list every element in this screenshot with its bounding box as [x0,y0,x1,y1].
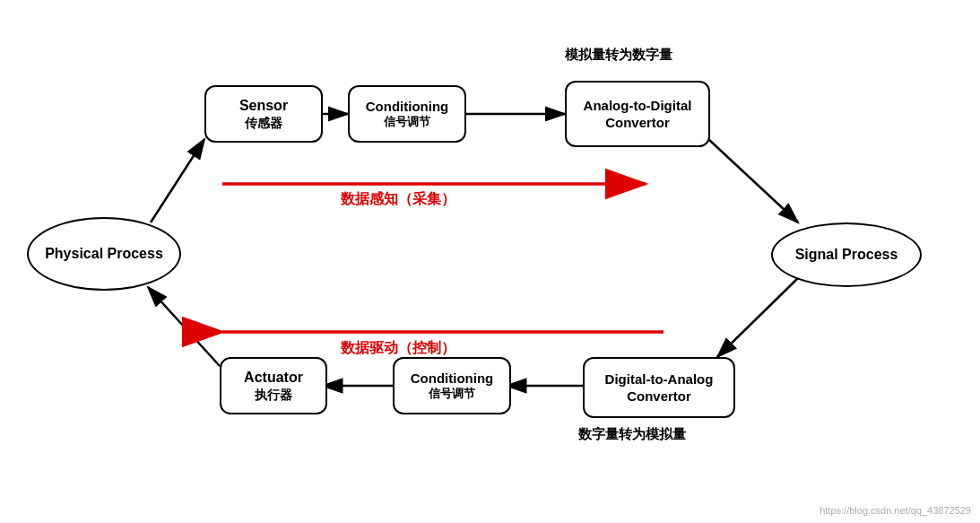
physical-process-node: Physical Process [27,217,181,291]
analog-to-digital-label: 模拟量转为数字量 [565,47,672,64]
digital-to-analog-label: 数字量转为模拟量 [578,426,686,443]
adc-label-en2: Convertor [605,114,670,132]
conditioning-top-label-cn: 信号调节 [384,115,430,130]
conditioning-top-label-en: Conditioning [366,98,448,116]
physical-process-label: Physical Process [45,245,163,264]
svg-line-9 [148,287,220,366]
svg-line-10 [151,139,204,222]
conditioning-bottom-label-cn: 信号调节 [429,387,475,402]
sensor-node: Sensor 传感器 [204,85,323,143]
sensor-label-cn: 传感器 [245,115,282,131]
adc-node: Analog-to-Digital Convertor [565,81,710,147]
watermark: https://blog.csdn.net/qq_43872529 [820,505,971,516]
adc-label-en: Analog-to-Digital [584,97,692,115]
signal-process-label: Signal Process [795,246,898,265]
signal-process-node: Signal Process [771,222,922,287]
diagram-container: Physical Process Sensor 传感器 Conditioning… [0,0,980,523]
conditioning-bottom-label-en: Conditioning [411,370,493,388]
actuator-label-cn: 执行器 [255,387,292,403]
data-driving-label: 数据驱动（控制） [341,339,455,358]
actuator-node: Actuator 执行器 [220,357,327,414]
svg-line-5 [708,139,798,222]
actuator-label-en: Actuator [244,369,303,388]
sensor-label-en: Sensor [239,97,288,116]
dac-label-en: Digital-to-Analog [605,370,714,388]
conditioning-top-node: Conditioning 信号调节 [348,85,466,143]
conditioning-bottom-node: Conditioning 信号调节 [393,357,511,414]
dac-label-en2: Convertor [627,388,691,405]
dac-node: Digital-to-Analog Convertor [583,357,735,418]
data-sensing-label: 数据感知（采集） [341,190,455,209]
svg-line-6 [717,278,798,357]
